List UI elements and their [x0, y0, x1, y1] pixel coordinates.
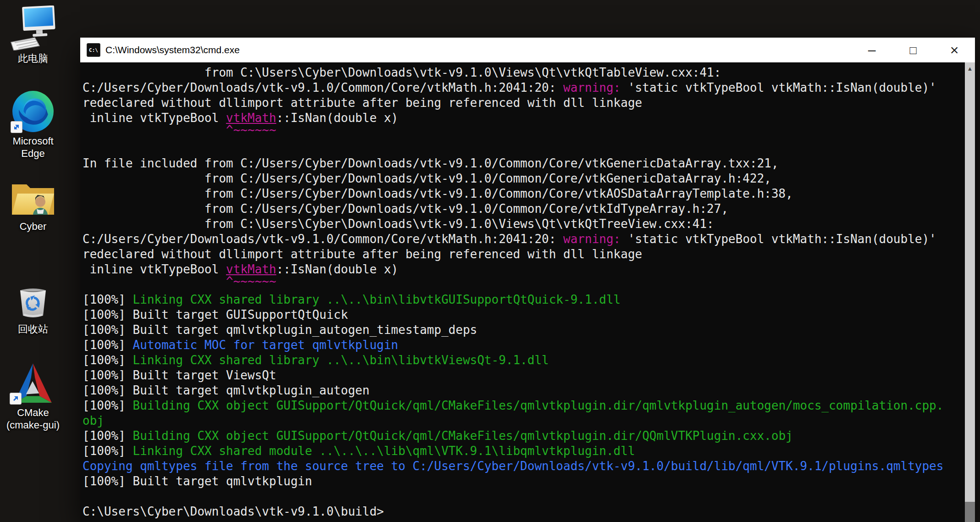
- console-line: C:/Users/Cyber/Downloads/vtk-v9.1.0/Comm…: [83, 232, 975, 247]
- console-line: [100%] Linking CXX shared library ..\..\…: [83, 292, 975, 307]
- scrollbar-up-arrow-icon[interactable]: ▲: [965, 62, 975, 74]
- console-line: from C:/Users/Cyber/Downloads/vtk-v9.1.0…: [83, 171, 975, 186]
- desktop-icon-cmake[interactable]: CMake (cmake-gui): [2, 361, 64, 431]
- console-line: ^~~~~~~: [83, 274, 975, 289]
- console-line: redeclared without dllimport attribute a…: [83, 247, 975, 262]
- console-line: [100%] Automatic MOC for target qmlvtkpl…: [83, 338, 975, 353]
- console-line: from C:/Users/Cyber/Downloads/vtk-v9.1.0…: [83, 201, 975, 217]
- console-line: obj: [83, 413, 975, 428]
- desktop-icon-cyber-folder[interactable]: Cyber: [2, 178, 64, 233]
- maximize-button[interactable]: □: [892, 38, 934, 62]
- cmd-icon: C:\: [87, 43, 100, 57]
- console-line: [100%] Built target ViewsQt: [83, 368, 975, 383]
- microsoft-edge-label: Microsoft Edge: [2, 135, 64, 160]
- caption-buttons: – □ ×: [851, 38, 975, 62]
- console-line: [83, 489, 975, 504]
- shortcut-arrow-icon: [10, 393, 22, 405]
- console-line: [100%] Built target qmlvtkplugin: [83, 474, 975, 489]
- console-line: [100%] Building CXX object GUISupport/Qt…: [83, 398, 975, 413]
- user-folder-icon: [9, 178, 57, 218]
- console-line: [100%] Built target qmlvtkplugin_autogen: [83, 383, 975, 398]
- this-pc-label: 此电脑: [18, 52, 48, 65]
- console-line: [83, 141, 975, 156]
- close-button[interactable]: ×: [934, 38, 975, 62]
- desktop-icon-this-pc[interactable]: 此电脑: [2, 5, 64, 65]
- desktop-icon-recycle-bin[interactable]: 回收站: [2, 280, 64, 335]
- console-line: [100%] Built target GUISupportQtQuick: [83, 307, 975, 322]
- cyber-folder-label: Cyber: [20, 220, 47, 233]
- console-line: [100%] Linking CXX shared library ..\..\…: [83, 353, 975, 368]
- console-line: redeclared without dllimport attribute a…: [83, 95, 975, 111]
- console-line: from C:\Users\Cyber\Downloads\vtk-v9.1.0…: [83, 65, 975, 80]
- desktop-icon-microsoft-edge[interactable]: Microsoft Edge: [2, 89, 64, 160]
- scrollbar-thumb[interactable]: [965, 502, 975, 522]
- console-line: [100%] Linking CXX shared module ..\..\.…: [83, 444, 975, 459]
- desktop: 此电脑 M: [0, 0, 980, 522]
- window-title: C:\Windows\system32\cmd.exe: [105, 44, 240, 56]
- this-pc-icon: [9, 5, 57, 50]
- microsoft-edge-icon: [11, 89, 55, 133]
- shortcut-arrow-icon: [11, 121, 22, 133]
- titlebar[interactable]: C:\ C:\Windows\system32\cmd.exe – □ ×: [80, 38, 975, 62]
- recycle-bin-label: 回收站: [18, 323, 48, 335]
- cmake-icon: [11, 361, 55, 405]
- console-line: from C:\Users\Cyber\Downloads\vtk-v9.1.0…: [83, 217, 975, 232]
- console-line: ^~~~~~~: [83, 122, 975, 138]
- console-line: [100%] Built target qmlvtkplugin_autogen…: [83, 322, 975, 338]
- console-line: Copying qmltypes file from the source tr…: [83, 459, 975, 474]
- cmake-label: CMake (cmake-gui): [2, 406, 64, 431]
- scrollbar[interactable]: ▲: [965, 62, 975, 522]
- recycle-bin-icon: [13, 280, 53, 321]
- console-output[interactable]: from C:\Users\Cyber\Downloads\vtk-v9.1.0…: [80, 62, 975, 522]
- console-line: [100%] Building CXX object GUISupport/Qt…: [83, 428, 975, 444]
- console-line: C:\Users\Cyber\Downloads\vtk-v9.1.0\buil…: [83, 504, 975, 519]
- console-line: from C:/Users/Cyber/Downloads/vtk-v9.1.0…: [83, 186, 975, 201]
- console-line: In file included from C:/Users/Cyber/Dow…: [83, 156, 975, 171]
- cmd-window: C:\ C:\Windows\system32\cmd.exe – □ × fr…: [80, 38, 975, 522]
- console-line: C:/Users/Cyber/Downloads/vtk-v9.1.0/Comm…: [83, 80, 975, 95]
